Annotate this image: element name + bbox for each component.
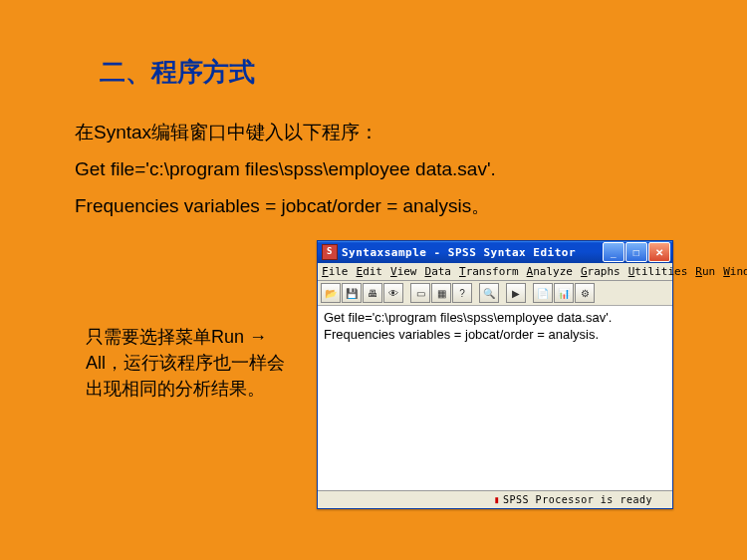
window-title: Syntaxsample - SPSS Syntax Editor bbox=[342, 246, 603, 259]
menu-transform[interactable]: Transform bbox=[459, 265, 519, 278]
editor-line-2: Frequencies variables = jobcat/order = a… bbox=[324, 327, 666, 344]
toolbar: 📂 💾 🖶 👁 ▭ ▦ ? 🔍 ▶ 📄 📊 ⚙ bbox=[318, 281, 672, 306]
save-icon[interactable]: 💾 bbox=[342, 283, 362, 303]
menu-data[interactable]: Data bbox=[425, 265, 452, 278]
body-line-1: 在Syntax编辑窗口中键入以下程序： bbox=[75, 115, 496, 149]
menu-bar: File Edit View Data Transform Analyze Gr… bbox=[318, 263, 672, 281]
menu-graphs[interactable]: Graphs bbox=[581, 265, 621, 278]
menu-window[interactable]: Window bbox=[723, 265, 747, 278]
note-run: Run bbox=[211, 327, 244, 347]
note-pre: 只需要选择菜单 bbox=[86, 327, 211, 347]
syntax-editor-area[interactable]: Get file='c:\program files\spss\employee… bbox=[318, 306, 672, 491]
slide-body: 在Syntax编辑窗口中键入以下程序： Get file='c:\program… bbox=[75, 115, 496, 225]
maximize-button[interactable]: □ bbox=[625, 242, 647, 262]
menu-run[interactable]: Run bbox=[695, 265, 715, 278]
minimize-button[interactable]: _ bbox=[603, 242, 624, 262]
note-all: All， bbox=[86, 353, 124, 373]
print-icon[interactable]: 🖶 bbox=[363, 283, 382, 303]
chart-icon[interactable]: 📊 bbox=[554, 283, 574, 303]
menu-utilities[interactable]: Utilities bbox=[628, 265, 688, 278]
menu-view[interactable]: View bbox=[390, 265, 417, 278]
help-icon[interactable]: ? bbox=[452, 283, 472, 303]
status-bar: ▮ SPSS Processor is ready bbox=[318, 490, 672, 508]
find-icon[interactable]: 🔍 bbox=[479, 283, 499, 303]
menu-edit[interactable]: Edit bbox=[357, 265, 383, 278]
settings-icon[interactable]: ⚙ bbox=[575, 283, 595, 303]
title-bar[interactable]: S Syntaxsample - SPSS Syntax Editor _ □ … bbox=[318, 241, 672, 263]
status-flag-icon: ▮ bbox=[493, 494, 500, 505]
app-icon: S bbox=[322, 244, 338, 260]
spss-syntax-editor-window: S Syntaxsample - SPSS Syntax Editor _ □ … bbox=[317, 240, 673, 509]
slide-title: 二、程序方式 bbox=[100, 55, 255, 90]
preview-icon[interactable]: 👁 bbox=[383, 283, 403, 303]
editor-line-1: Get file='c:\program files\spss\employee… bbox=[324, 310, 666, 327]
menu-file[interactable]: File bbox=[322, 265, 349, 278]
status-text: SPSS Processor is ready bbox=[503, 494, 652, 505]
panel-icon[interactable]: ▭ bbox=[410, 283, 430, 303]
side-note: 只需要选择菜单Run → All，运行该程序也一样会出现相同的分析结果。 bbox=[86, 324, 285, 402]
doc-icon[interactable]: 📄 bbox=[533, 283, 553, 303]
open-icon[interactable]: 📂 bbox=[321, 283, 341, 303]
arrow-icon: → bbox=[249, 324, 267, 350]
close-button[interactable]: ✕ bbox=[648, 242, 670, 262]
grid-icon[interactable]: ▦ bbox=[431, 283, 451, 303]
play-icon[interactable]: ▶ bbox=[506, 283, 526, 303]
body-line-3: Frequencies variables = jobcat/order = a… bbox=[75, 188, 496, 223]
body-line-2: Get file='c:\program files\spss\employee… bbox=[75, 151, 496, 186]
menu-analyze[interactable]: Analyze bbox=[527, 265, 573, 278]
